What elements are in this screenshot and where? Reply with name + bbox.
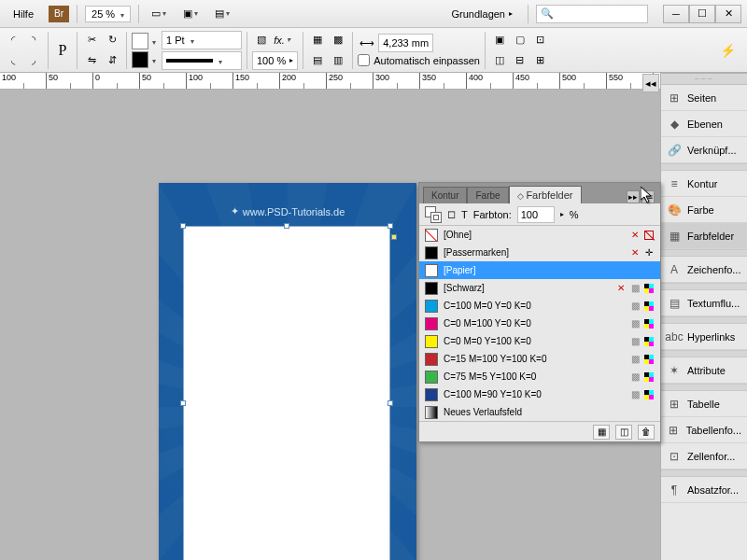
fit-icon[interactable]: ⊞ <box>531 51 550 70</box>
panel-menu-button[interactable]: ▾≡ <box>641 190 655 203</box>
delete-swatch-button[interactable]: 🗑 <box>638 425 655 440</box>
corner-opt-icon[interactable]: ◜ <box>4 31 22 49</box>
quick-apply-icon[interactable]: ⚡ <box>720 43 743 58</box>
panel-item[interactable]: ▦Farbfelder <box>661 223 747 249</box>
corner-opt-icon[interactable]: ◝ <box>24 31 43 49</box>
dock-grip[interactable]: ┄┄┄ <box>661 74 747 85</box>
swatch-row[interactable]: C=0 M=100 Y=0 K=0▩ <box>419 315 660 332</box>
fit-icon[interactable]: ⊡ <box>531 31 550 49</box>
swatch-row[interactable]: [Passermarken]✕✛ <box>419 244 660 261</box>
panel-item[interactable]: ⊡Zellenfor... <box>661 443 747 469</box>
global-icon: ▩ <box>629 354 641 365</box>
gap-icon[interactable]: ⟷ <box>358 34 376 52</box>
selected-frame[interactable] <box>183 226 390 560</box>
panel-icon: ¶ <box>667 483 682 497</box>
rotate-icon[interactable]: ↻ <box>103 31 121 49</box>
swatch-row[interactable]: [Papier] <box>419 261 660 279</box>
screen-mode-button[interactable]: ▣ <box>178 4 203 24</box>
panel-item[interactable]: ⊞Seiten <box>661 85 747 111</box>
swatch-view-button[interactable]: ▦ <box>593 425 610 440</box>
panel-collapse-button[interactable]: ▸▸ <box>627 190 640 203</box>
fit-icon[interactable]: ▢ <box>511 31 529 49</box>
document-page[interactable]: ✦www.PSD-Tutorials.de <box>159 183 416 560</box>
global-icon: ▩ <box>629 389 641 400</box>
panel-item[interactable]: ◆Ebenen <box>661 111 747 137</box>
global-icon: ▩ <box>629 336 641 347</box>
panel-item[interactable]: abcHyperlinks <box>661 324 747 350</box>
wrap-icon[interactable]: ▤ <box>308 51 327 70</box>
tab-kontur[interactable]: Kontur <box>423 187 467 203</box>
panel-item[interactable]: 🔗Verknüpf... <box>661 137 747 163</box>
panel-item[interactable]: ⊞Tabelle <box>661 391 747 417</box>
ruler-tick: 500 <box>560 73 607 89</box>
panel-icon: ▤ <box>667 296 682 311</box>
opacity[interactable]: 100 %▸ <box>252 51 298 70</box>
wrap-icon[interactable]: ▥ <box>329 51 347 70</box>
swatch-row[interactable]: C=0 M=0 Y=100 K=0▩ <box>419 332 660 350</box>
corner-opt-icon[interactable]: ◟ <box>4 51 22 70</box>
help-menu[interactable]: Hilfe <box>6 5 41 23</box>
swatch-row[interactable]: C=100 M=0 Y=0 K=0▩ <box>419 297 660 315</box>
panel-label: Textumflu... <box>687 298 740 309</box>
swatch-row[interactable]: C=15 M=100 Y=100 K=0▩ <box>419 350 660 368</box>
flip-h-icon[interactable]: ⇋ <box>82 51 101 70</box>
panel-label: Kontur <box>687 178 717 189</box>
p-icon[interactable]: P <box>53 41 72 60</box>
fit-icon[interactable]: ◫ <box>490 51 509 70</box>
fill-stroke-toggle[interactable] <box>425 206 442 223</box>
maximize-button[interactable]: ☐ <box>689 5 715 23</box>
drop-shadow-icon[interactable]: ▧ <box>252 31 271 49</box>
stroke-weight[interactable]: 1 Pt <box>162 31 242 49</box>
panel-icon: ⊞ <box>667 423 681 438</box>
autofit-checkbox[interactable] <box>358 54 370 66</box>
flip-v-icon[interactable]: ⇵ <box>103 51 121 70</box>
close-button[interactable]: ✕ <box>715 5 741 23</box>
swatch-chip <box>425 317 438 330</box>
panel-label: Ebenen <box>687 119 723 130</box>
panel-item[interactable]: ≡Kontur <box>661 171 747 197</box>
panel-item[interactable]: ✶Attribute <box>661 357 747 384</box>
gap-value[interactable]: 4,233 mm <box>378 34 433 52</box>
fit-icon[interactable]: ⊟ <box>511 51 529 70</box>
workspace-switcher[interactable]: Grundlagen▸ <box>444 5 521 23</box>
panel-item[interactable]: ⊞Tabellenfo... <box>661 417 747 443</box>
swatch-name: C=0 M=100 Y=0 K=0 <box>444 318 624 329</box>
fill-swatch[interactable] <box>132 33 148 49</box>
swatch-row[interactable]: Neues Verlaufsfeld <box>419 403 660 421</box>
minimize-button[interactable]: ─ <box>663 5 689 23</box>
ruler-tick: 150 <box>233 73 280 89</box>
text-format-icon[interactable]: T <box>461 209 468 220</box>
collapse-dock-button[interactable]: ◂◂ <box>642 74 659 92</box>
fx-button[interactable]: fx. <box>273 31 291 49</box>
zoom-level[interactable]: 25 % <box>85 6 131 22</box>
swatch-row[interactable]: C=100 M=90 Y=10 K=0▩ <box>419 385 660 403</box>
tab-farbfelder[interactable]: ◇ Farbfelder <box>509 186 582 203</box>
view-options-button[interactable]: ▭ <box>147 4 171 24</box>
wrap-icon[interactable]: ▩ <box>329 31 347 49</box>
panel-icon: 🎨 <box>667 203 682 217</box>
new-swatch-button[interactable]: ◫ <box>615 425 632 440</box>
swatch-chip <box>425 371 438 384</box>
bridge-button[interactable]: Br <box>49 6 69 22</box>
fit-icon[interactable]: ▣ <box>490 31 509 49</box>
swatch-name: C=0 M=0 Y=100 K=0 <box>444 336 624 346</box>
swatch-row[interactable]: [Ohne]✕ <box>419 226 660 244</box>
panel-item[interactable]: 🎨Farbe <box>661 197 747 223</box>
stroke-swatch[interactable] <box>132 51 148 68</box>
wrap-icon[interactable]: ▦ <box>308 31 327 49</box>
arrange-button[interactable]: ▤ <box>210 4 234 24</box>
panel-item[interactable]: ▤Textumflu... <box>661 290 747 316</box>
ruler-tick: 300 <box>374 73 420 89</box>
search-input[interactable]: 🔍 <box>536 5 648 23</box>
container-format-icon[interactable]: ◻ <box>447 208 456 220</box>
tab-farbe[interactable]: Farbe <box>467 187 508 203</box>
shear-icon[interactable]: ✂ <box>82 31 101 49</box>
tint-input[interactable] <box>517 206 555 223</box>
swatch-row[interactable]: [Schwarz]✕▩ <box>419 279 660 297</box>
panel-icon: abc <box>667 329 682 344</box>
stroke-style[interactable] <box>162 51 242 70</box>
panel-item[interactable]: AZeichenfo... <box>661 257 747 283</box>
corner-opt-icon[interactable]: ◞ <box>24 51 43 70</box>
swatch-row[interactable]: C=75 M=5 Y=100 K=0▩ <box>419 368 660 385</box>
panel-item[interactable]: ¶Absatzfor... <box>661 477 747 503</box>
